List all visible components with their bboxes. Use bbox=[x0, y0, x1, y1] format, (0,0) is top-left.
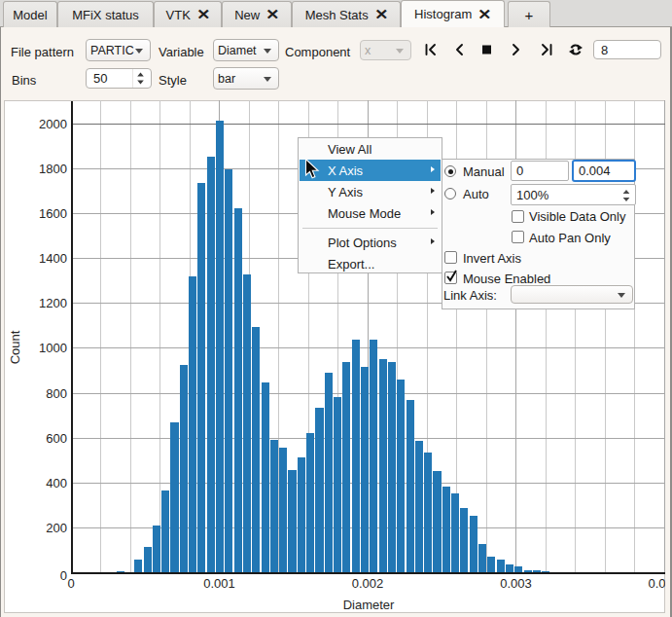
svg-text:1000: 1000 bbox=[39, 341, 67, 355]
svg-text:0: 0 bbox=[67, 576, 74, 591]
svg-text:0.003: 0.003 bbox=[500, 576, 532, 591]
svg-text:0: 0 bbox=[60, 568, 67, 583]
svg-text:Count: Count bbox=[8, 330, 22, 364]
svg-text:0.001: 0.001 bbox=[203, 576, 235, 591]
svg-text:0.0: 0.0 bbox=[649, 576, 665, 591]
svg-text:800: 800 bbox=[46, 386, 67, 401]
svg-text:2000: 2000 bbox=[39, 117, 67, 131]
svg-text:1200: 1200 bbox=[39, 296, 67, 310]
svg-text:200: 200 bbox=[46, 521, 67, 535]
svg-text:Diameter: Diameter bbox=[343, 598, 395, 612]
svg-text:1400: 1400 bbox=[39, 251, 67, 266]
svg-text:1600: 1600 bbox=[39, 206, 67, 221]
svg-text:400: 400 bbox=[46, 476, 67, 490]
svg-text:600: 600 bbox=[46, 431, 67, 446]
svg-text:1800: 1800 bbox=[39, 162, 67, 176]
svg-text:0.002: 0.002 bbox=[352, 576, 384, 591]
